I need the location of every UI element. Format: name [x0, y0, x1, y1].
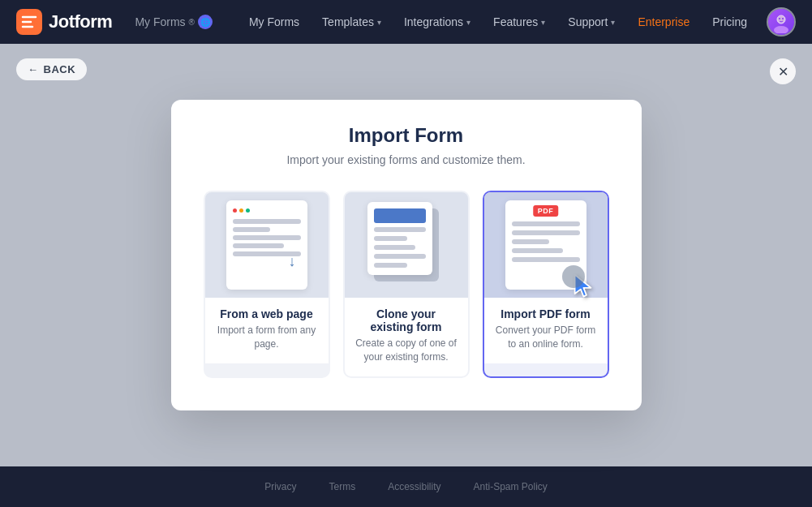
main-content: ← BACK ✕ Import Form Import your existin… [0, 44, 812, 466]
web-card-title: From a web page [215, 307, 319, 320]
import-form-dialog: Import Form Import your existing forms a… [171, 100, 642, 411]
jotform-logo-icon [16, 9, 42, 35]
close-icon: ✕ [778, 64, 788, 79]
pdf-card-illustration: PDF [484, 192, 608, 298]
web-line-1 [233, 219, 301, 224]
clone-card-body: Clone your existing form Create a copy o… [345, 298, 468, 377]
pdf-line-5 [512, 257, 580, 262]
web-line-2 [233, 227, 270, 232]
nav-item-pricing[interactable]: Pricing [702, 11, 757, 33]
web-card-illustration: ↓ [205, 192, 329, 298]
clone-header [374, 208, 426, 223]
back-button-label: BACK [44, 63, 76, 75]
footer-anti-spam[interactable]: Anti-Spam Policy [474, 481, 548, 492]
clone-form-mockup [366, 200, 447, 290]
web-form-mockup: ↓ [226, 200, 307, 290]
nav-item-support[interactable]: Support ▾ [558, 11, 625, 33]
dialog-subtitle: Import your existing forms and customize… [204, 153, 609, 166]
pdf-line-3 [512, 239, 549, 244]
pdf-badge: PDF [533, 205, 559, 217]
import-pdf-card[interactable]: PDF Import PDF form [483, 191, 609, 379]
nav-item-integrations[interactable]: Integrations ▾ [394, 11, 480, 33]
browser-dots [233, 208, 301, 213]
web-card-body: From a web page Import a form from any p… [205, 298, 329, 364]
import-options-row: ↓ From a web page Import a form from any… [204, 191, 609, 379]
clone-line-2 [374, 236, 408, 241]
import-from-web-card[interactable]: ↓ From a web page Import a form from any… [204, 191, 330, 379]
download-arrow-icon: ↓ [289, 253, 296, 270]
pdf-card-body: Import PDF form Convert your PDF form to… [484, 298, 608, 364]
svg-point-5 [782, 18, 784, 19]
footer-accessibility[interactable]: Accessibility [388, 481, 440, 492]
dot-green [246, 208, 250, 213]
registered-badge: ® [189, 18, 195, 27]
pdf-line-4 [512, 248, 563, 253]
clone-card-illustration [345, 192, 468, 298]
avatar-image [768, 9, 794, 35]
clone-line-5 [374, 263, 408, 268]
pdf-card-title: Import PDF form [494, 307, 598, 320]
nav-item-features[interactable]: Features ▾ [483, 11, 555, 33]
nav-item-enterprise[interactable]: Enterprise [628, 11, 699, 33]
avatar[interactable] [767, 7, 796, 37]
nav-item-my-forms[interactable]: My Forms [239, 11, 309, 33]
logo-text: Jotform [49, 11, 112, 32]
web-line-4 [233, 243, 284, 248]
nav-item-templates[interactable]: Templates ▾ [312, 11, 391, 33]
svg-point-2 [774, 26, 788, 33]
back-arrow-icon: ← [28, 63, 39, 75]
dot-red [233, 208, 237, 213]
footer-privacy[interactable]: Privacy [264, 481, 296, 492]
clone-card-title: Clone your existing form [354, 307, 458, 333]
myforms-nav-badge[interactable]: My Forms ® 🌐 [128, 11, 219, 32]
features-chevron: ▾ [541, 18, 545, 27]
web-card-desc: Import a form from any page. [215, 324, 319, 351]
pdf-card-desc: Convert your PDF form to an online form. [494, 324, 598, 351]
dialog-title: Import Form [204, 124, 609, 147]
clone-line-1 [374, 227, 426, 232]
dot-yellow [239, 208, 243, 213]
integrations-chevron: ▾ [466, 18, 470, 27]
pdf-line-2 [512, 230, 580, 235]
pdf-card-indicator [562, 265, 585, 288]
clone-line-4 [374, 254, 426, 259]
web-line-3 [233, 235, 301, 240]
pdf-line-1 [512, 221, 580, 226]
svg-point-4 [779, 18, 780, 19]
clone-form-card[interactable]: Clone your existing form Create a copy o… [343, 191, 470, 379]
clone-line-3 [374, 245, 415, 250]
clone-card-desc: Create a copy of one of your existing fo… [354, 337, 458, 364]
back-button[interactable]: ← BACK [16, 58, 87, 80]
clone-front-page [367, 202, 432, 275]
nav-links: My Forms Templates ▾ Integrations ▾ Feat… [239, 11, 757, 33]
footer-terms[interactable]: Terms [329, 481, 355, 492]
footer: Privacy Terms Accessibility Anti-Spam Po… [0, 466, 812, 507]
myforms-badge-label: My Forms [135, 15, 185, 28]
templates-chevron: ▾ [377, 18, 381, 27]
close-button[interactable]: ✕ [770, 58, 796, 84]
logo[interactable]: Jotform [16, 9, 112, 35]
support-chevron: ▾ [611, 18, 615, 27]
globe-badge: 🌐 [198, 15, 213, 29]
navbar: Jotform My Forms ® 🌐 My Forms Templates … [0, 0, 812, 44]
